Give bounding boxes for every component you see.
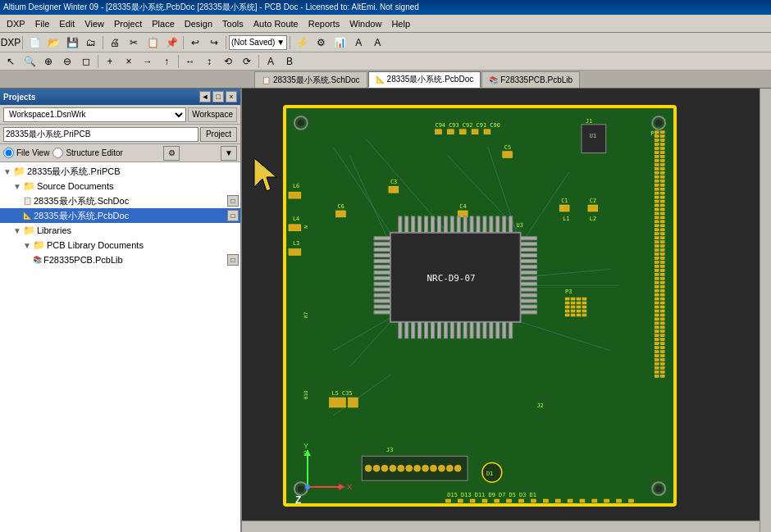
svg-rect-126 xyxy=(655,339,659,341)
file-view-radio-input[interactable] xyxy=(3,148,14,158)
tb-dxp-btn[interactable]: DXP xyxy=(2,34,20,51)
panel-close-btn[interactable]: × xyxy=(226,91,237,102)
menu-dxp[interactable]: DXP xyxy=(2,17,30,30)
menu-design[interactable]: Design xyxy=(180,17,217,30)
svg-rect-114 xyxy=(655,314,659,316)
tb2-b5[interactable]: ◻ xyxy=(77,53,95,70)
toolbar-2: ↖ 🔍 ⊕ ⊖ ◻ + × → ↑ ↔ ↕ ⟲ ⟳ A B xyxy=(0,52,771,70)
menu-view[interactable]: View xyxy=(80,17,109,30)
menu-project[interactable]: Project xyxy=(109,17,147,30)
tb2-b9[interactable]: ↑ xyxy=(157,53,176,70)
tree-item-pcbLib[interactable]: 📚 F28335PCB.PcbLib □ xyxy=(0,252,240,267)
tb2-b3[interactable]: ⊕ xyxy=(39,53,57,70)
svg-rect-83 xyxy=(660,249,664,252)
svg-text:U1: U1 xyxy=(590,133,596,139)
view-settings-btn[interactable]: ⚙ xyxy=(163,146,180,161)
tb2-b15[interactable]: B xyxy=(281,53,299,70)
tb2-b10[interactable]: ↔ xyxy=(181,53,199,70)
tb-extra3[interactable]: 📊 xyxy=(331,34,349,51)
tb2-b1[interactable]: ↖ xyxy=(2,53,20,70)
structure-editor-radio-input[interactable] xyxy=(52,148,63,158)
svg-rect-82 xyxy=(655,249,659,252)
tb2-b7[interactable]: × xyxy=(120,53,138,70)
menu-window[interactable]: Window xyxy=(344,17,386,30)
menu-reports[interactable]: Reports xyxy=(303,17,345,30)
svg-rect-185 xyxy=(521,248,537,252)
tb-paste[interactable]: 📌 xyxy=(162,34,180,51)
tb2-b8[interactable]: → xyxy=(139,53,157,70)
menu-edit[interactable]: Edit xyxy=(54,17,80,30)
svg-rect-169 xyxy=(374,237,390,240)
tb2-b13[interactable]: ⟳ xyxy=(238,53,256,70)
workspace-dropdown[interactable]: Workspace1.DsnWrk xyxy=(3,107,186,122)
scrollbar-bottom[interactable] xyxy=(242,521,760,532)
tb-new[interactable]: 📄 xyxy=(25,34,43,51)
tb-savename-dropdown[interactable]: (Not Saved) ▼ xyxy=(229,35,287,50)
tree-schDoc-btn[interactable]: □ xyxy=(227,195,239,207)
svg-point-306 xyxy=(655,120,662,126)
menu-autoroute[interactable]: Auto Route xyxy=(249,17,303,30)
tb-extra5[interactable]: A xyxy=(368,34,386,51)
tb2-b6[interactable]: + xyxy=(101,53,119,70)
svg-rect-96 xyxy=(655,277,659,280)
view-options-btn[interactable]: ▼ xyxy=(221,146,237,161)
tb2-b4[interactable]: ⊖ xyxy=(58,53,76,70)
panel-float-btn[interactable]: □ xyxy=(212,91,224,102)
scrollbar-right[interactable] xyxy=(760,89,771,532)
svg-rect-219 xyxy=(425,322,428,339)
tb-copy[interactable]: 📋 xyxy=(144,34,162,51)
svg-rect-89 xyxy=(660,261,664,263)
svg-rect-191 xyxy=(521,282,537,285)
tab-pcbDoc[interactable]: 📐 28335最小系统.PcbDoc xyxy=(368,71,481,88)
svg-rect-31 xyxy=(660,143,664,146)
svg-text:N: N xyxy=(303,225,308,229)
svg-rect-253 xyxy=(582,314,586,316)
project-input[interactable] xyxy=(3,127,198,142)
tb-undo[interactable]: ↩ xyxy=(186,34,204,51)
tb-redo[interactable]: ↪ xyxy=(205,34,223,51)
tree-item-pcb-lib-docs[interactable]: ▼ 📁 PCB Library Documents xyxy=(0,238,240,252)
svg-rect-88 xyxy=(655,261,659,263)
tb-extra4[interactable]: A xyxy=(349,34,367,51)
menu-tools[interactable]: Tools xyxy=(217,17,249,30)
tb-saveall[interactable]: 🗂 xyxy=(82,34,100,51)
menu-help[interactable]: Help xyxy=(386,17,415,30)
tree-item-libraries[interactable]: ▼ 📁 Libraries xyxy=(0,223,240,238)
tb2-b2[interactable]: 🔍 xyxy=(21,53,39,70)
tree-pcbLib-btn[interactable]: □ xyxy=(227,254,239,266)
tb-open[interactable]: 📂 xyxy=(44,34,62,51)
tree-collapse-libs: ▼ xyxy=(13,226,21,235)
tb-extra1[interactable]: ⚡ xyxy=(293,34,311,51)
tb-cut[interactable]: ✂ xyxy=(125,34,143,51)
tb2-b14[interactable]: A xyxy=(262,53,280,70)
tree-pcbDoc-btn[interactable]: □ xyxy=(227,210,239,221)
svg-rect-299 xyxy=(592,499,597,502)
tab-schDoc[interactable]: 📋 28335最小系统.SchDoc xyxy=(254,71,367,88)
axis-indicator: Z X Y xyxy=(291,442,357,507)
svg-text:D1: D1 xyxy=(486,471,493,477)
panel-pin-btn[interactable]: ◄ xyxy=(199,91,211,102)
tb2-b12[interactable]: ⟲ xyxy=(219,53,237,70)
tab-pcbLib[interactable]: 📚 F28335PCB.PcbLib xyxy=(481,71,580,88)
svg-rect-298 xyxy=(580,499,585,502)
svg-rect-199 xyxy=(412,216,415,233)
pcb-canvas-area[interactable]: C94 C93 C92 C91 C90 J1 U1 P1 xyxy=(242,89,771,532)
menu-place[interactable]: Place xyxy=(147,17,180,30)
menu-file[interactable]: File xyxy=(30,17,55,30)
project-button[interactable]: Project xyxy=(200,127,237,142)
tb2-b11[interactable]: ↕ xyxy=(200,53,218,70)
svg-rect-131 xyxy=(660,347,664,349)
svg-text:C94 C93 C92 C91 C90: C94 C93 C92 C91 C90 xyxy=(435,122,500,129)
tree-item-root[interactable]: ▼ 📁 28335最小系统.PriPCB xyxy=(0,164,240,179)
tree-item-pcbDoc[interactable]: 📐 28335最小系统.PcbDoc □ xyxy=(0,208,240,223)
tree-item-source-docs[interactable]: ▼ 📁 Source Documents xyxy=(0,179,240,193)
svg-rect-179 xyxy=(374,293,390,297)
svg-rect-239 xyxy=(571,302,575,304)
svg-rect-218 xyxy=(418,322,422,339)
tb-extra2[interactable]: ⚙ xyxy=(312,34,330,51)
tb-save[interactable]: 💾 xyxy=(63,34,81,51)
tree-item-schDoc[interactable]: 📋 28335最小系统.SchDoc □ xyxy=(0,193,240,208)
svg-rect-64 xyxy=(655,212,659,215)
tb-print[interactable]: 🖨 xyxy=(106,34,124,51)
svg-rect-241 xyxy=(582,302,586,304)
